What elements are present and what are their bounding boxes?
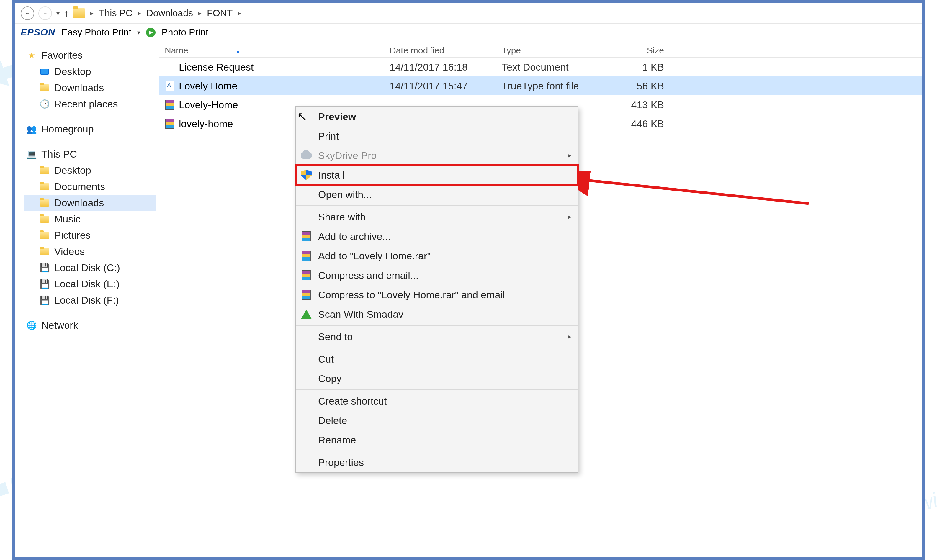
file-row[interactable]: License Request 14/11/2017 16:18 Text Do…	[159, 57, 922, 77]
menu-separator	[296, 451, 578, 451]
folder-icon	[40, 182, 49, 192]
chevron-right-icon: ▸	[90, 9, 94, 17]
arrow-left-icon: ←	[25, 11, 30, 16]
menu-send-to[interactable]: Send to ▸	[296, 327, 578, 346]
sidebar-favorites[interactable]: ★ Favorites	[24, 47, 156, 63]
menu-open-with[interactable]: Open with...	[296, 185, 578, 204]
menu-copy[interactable]: Copy	[296, 369, 578, 388]
sidebar-item-local-disk-f[interactable]: 💾 Local Disk (F:)	[24, 292, 156, 308]
sidebar-network[interactable]: 🌐 Network	[24, 317, 156, 334]
menu-rename[interactable]: Rename	[296, 430, 578, 450]
chevron-right-icon: ▸	[138, 9, 141, 17]
annotation-arrow	[579, 171, 814, 206]
file-type: TrueType font file	[502, 80, 614, 92]
sidebar-label: Network	[41, 320, 78, 331]
breadcrumb-downloads[interactable]: Downloads	[146, 8, 193, 18]
sidebar-label: Recent places	[54, 98, 118, 110]
menu-label: Copy	[318, 373, 342, 385]
winrar-icon	[299, 269, 314, 281]
back-button[interactable]: ←	[21, 6, 34, 20]
svg-line-12	[584, 180, 809, 203]
easy-photo-print-button[interactable]: Easy Photo Print	[61, 27, 131, 38]
file-name: lovely-home	[179, 118, 233, 129]
menu-delete[interactable]: Delete	[296, 411, 578, 430]
sidebar-item-recent[interactable]: 🕑 Recent places	[24, 96, 156, 112]
drive-icon: 💾	[40, 295, 49, 305]
photo-print-button[interactable]: Photo Print	[162, 27, 208, 38]
chevron-right-icon: ▸	[568, 333, 571, 340]
sidebar-item-pc-pictures[interactable]: Pictures	[24, 227, 156, 243]
shield-icon	[299, 169, 314, 181]
epson-logo: EPSON	[21, 27, 55, 38]
menu-separator	[296, 205, 578, 206]
menu-compress[interactable]: Compress and email...	[296, 266, 578, 285]
file-size: 1 KB	[614, 62, 673, 73]
menu-properties[interactable]: Properties	[296, 452, 578, 472]
menu-install[interactable]: Install	[296, 165, 578, 185]
folder-icon	[40, 231, 49, 240]
column-date[interactable]: Date modified	[389, 45, 502, 55]
breadcrumb-font[interactable]: FONT	[207, 8, 232, 18]
menu-separator	[296, 325, 578, 326]
folder-icon	[40, 166, 49, 175]
drive-icon: 💾	[40, 279, 49, 289]
file-row[interactable]: Lovely Home 14/11/2017 15:47 TrueType fo…	[159, 77, 922, 95]
drive-icon: 💾	[40, 263, 49, 273]
menu-print[interactable]: Print	[296, 126, 578, 146]
menu-add-archive[interactable]: Add to archive...	[296, 226, 578, 246]
menu-compress-rar[interactable]: Compress to "Lovely Home.rar" and email	[296, 285, 578, 305]
menu-label: Cut	[318, 354, 334, 365]
sidebar-label: Favorites	[41, 49, 83, 61]
chevron-down-icon[interactable]: ▾	[137, 29, 140, 36]
winrar-icon	[165, 99, 175, 111]
winrar-icon	[299, 231, 314, 242]
menu-label: Open with...	[318, 189, 372, 200]
menu-label: Print	[318, 131, 339, 142]
photo-print-icon: ►	[146, 28, 155, 37]
breadcrumb-root[interactable]: This PC	[99, 8, 132, 18]
sidebar-item-local-disk-e[interactable]: 💾 Local Disk (E:)	[24, 276, 156, 292]
file-name: License Request	[179, 62, 254, 73]
menu-scan-smadav[interactable]: Scan With Smadav	[296, 305, 578, 324]
arrow-right-icon: →	[43, 11, 48, 16]
sidebar-thispc[interactable]: 💻 This PC	[24, 146, 156, 162]
sidebar-item-pc-documents[interactable]: Documents	[24, 178, 156, 195]
menu-label: Add to "Lovely Home.rar"	[318, 250, 431, 262]
menu-preview[interactable]: Preview	[296, 107, 578, 126]
sidebar-item-pc-videos[interactable]: Videos	[24, 243, 156, 260]
sidebar-label: Documents	[54, 181, 105, 192]
sidebar-item-downloads[interactable]: Downloads	[24, 80, 156, 96]
folder-icon	[40, 247, 49, 257]
winrar-icon	[299, 289, 314, 301]
sidebar-homegroup[interactable]: 👥 Homegroup	[24, 121, 156, 137]
breadcrumb[interactable]: ▸ This PC ▸ Downloads ▸ FONT ▸	[73, 8, 241, 18]
column-name: Name ▲	[159, 45, 389, 55]
up-button[interactable]: ↑	[64, 8, 69, 19]
menu-cut[interactable]: Cut	[296, 349, 578, 369]
sidebar-item-pc-downloads[interactable]: Downloads	[24, 195, 156, 211]
menu-label: Compress to "Lovely Home.rar" and email	[318, 289, 505, 301]
menu-create-shortcut[interactable]: Create shortcut	[296, 391, 578, 411]
menu-share-with[interactable]: Share with ▸	[296, 207, 578, 226]
sidebar-item-pc-desktop[interactable]: Desktop	[24, 162, 156, 178]
computer-icon: 💻	[26, 149, 37, 159]
forward-button[interactable]: →	[38, 6, 52, 20]
menu-skydrive[interactable]: SkyDrive Pro ▸	[296, 146, 578, 165]
recent-icon: 🕑	[40, 99, 49, 109]
chevron-right-icon: ▸	[198, 9, 202, 17]
sidebar-item-pc-music[interactable]: Music	[24, 211, 156, 227]
sidebar-label: Downloads	[54, 82, 104, 94]
column-headers[interactable]: Name ▲ Date modified Type Size	[159, 41, 922, 57]
column-size[interactable]: Size	[614, 45, 673, 55]
file-date: 14/11/2017 16:18	[389, 62, 502, 73]
sort-ascending-icon: ▲	[235, 48, 241, 55]
sidebar-item-desktop[interactable]: Desktop	[24, 63, 156, 80]
menu-label: SkyDrive Pro	[318, 150, 377, 162]
network-icon: 🌐	[26, 320, 37, 331]
menu-add-rar[interactable]: Add to "Lovely Home.rar"	[296, 246, 578, 266]
sidebar-item-local-disk-c[interactable]: 💾 Local Disk (C:)	[24, 260, 156, 276]
column-type[interactable]: Type	[502, 45, 614, 55]
file-name: Lovely-Home	[179, 99, 238, 111]
file-date: 14/11/2017 15:47	[389, 80, 502, 92]
recent-dropdown[interactable]: ▾	[56, 9, 60, 18]
